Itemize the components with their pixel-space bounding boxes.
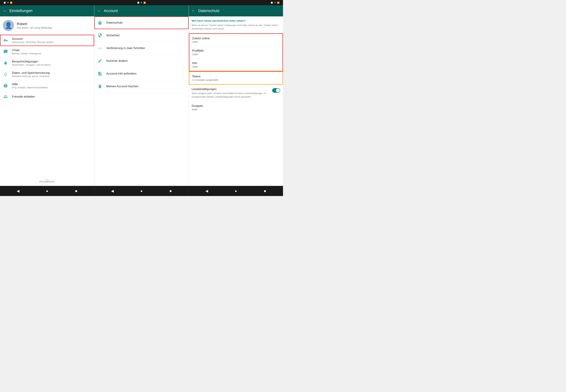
account-subtitle: Datenschutz, Sicherheit, Nummer ändern [12,41,54,43]
gruppen-value: Jeder [192,108,280,111]
phone-edit-icon [97,58,103,64]
datenschutz-title: Datenschutz [198,9,219,13]
signal-icon-1: 📶 [10,1,12,4]
back-button-2[interactable]: ◀ [109,187,116,195]
privacy-status-item[interactable]: Status 21 Kontakte ausgewählt [189,71,283,85]
account-info-title: Account-Info anfordern [106,72,136,75]
signal-icon-3: 📶 [277,1,279,4]
delete-account-title: Meinen Account löschen [106,85,138,88]
status-section-right: 🕐 ▼ 📶 [189,1,279,4]
clock-icon-1: 🕐 [3,1,6,4]
panel-account: ← Account Datenschutz Sicherheit [94,5,189,186]
square-button-1[interactable]: ■ [73,187,80,195]
einstellungen-header: ← Einstellungen [0,5,94,16]
account-title: Account [12,37,54,41]
info-title: Info [192,61,280,65]
datenschutz-header: ← Datenschutz [189,5,283,16]
settings-item-help[interactable]: Hilfe FAQ, Kontakt, Datenschutzrichtlini… [0,80,94,91]
status-section-mid: 🕐 ▼ 📶 [96,1,187,4]
account-item-datenschutz[interactable]: Datenschutz [94,16,189,29]
read-receipts-title: Lesebestätigungen [192,87,270,91]
home-button-2[interactable]: ● [138,187,145,195]
account-back-button[interactable]: ← [97,9,101,13]
read-receipts-desc: Wenn ausgeschaltet, sendest und erhältst… [192,92,270,98]
lock-icon [97,20,103,26]
trash-icon [97,84,103,89]
privacy-item-info[interactable]: Info Jeder [189,59,282,71]
chat-icon [3,49,8,55]
account-item-nummer[interactable]: Nummer ändern [94,55,189,67]
panel-datenschutz: ← Datenschutz Wer kann meine persönliche… [189,5,283,186]
last-online-title: Zuletzt online [192,37,280,40]
account-item-sicherheit[interactable]: Sicherheit [94,29,189,42]
privacy-item-last-online[interactable]: Zuletzt online Jeder [189,34,282,46]
privacy-description: Wenn du deinen "Zuletzt online"-Zeitstem… [189,24,283,33]
last-online-value: Jeder [192,41,280,43]
account-item-info[interactable]: Account-Info anfordern [94,67,189,80]
bottom-nav-2: ◀ ● ■ [94,186,189,196]
people-icon [3,94,8,99]
profile-status: Hey there! I am using WhatsApp. [17,26,53,29]
einstellungen-title: Einstellungen [9,9,32,13]
bell-icon [3,60,8,66]
account-item-delete[interactable]: Meinen Account löschen [94,80,189,93]
account-text: Account Datenschutz, Sicherheit, Nummer … [12,37,54,43]
privacy-group: Zuletzt online Jeder Profilbild Jeder In… [189,33,283,71]
profile-info: Robert Hey there! I am using WhatsApp. [17,22,53,29]
help-text: Hilfe FAQ, Kontakt, Datenschutzrichtlini… [12,83,47,89]
two-step-icon [97,45,103,51]
datenschutz-back-button[interactable]: ← [192,9,195,13]
privacy-item-profile-picture[interactable]: Profilbild Jeder [189,46,282,59]
footer-facebook: FACEBOOK [3,180,91,183]
toggle-knob [276,88,280,92]
account-header: ← Account [94,5,189,16]
back-button-1[interactable]: ◀ [15,187,21,195]
data-title: Daten- und Speichernutzung [12,71,50,75]
avatar-icon: 👤 [4,22,12,29]
nummer-title: Nummer ändern [106,59,128,63]
wifi-icon-1: ▼ [7,1,9,4]
svg-point-0 [98,48,99,49]
verification-title: Verifizierung in zwei Schritten [106,46,145,50]
help-icon [3,83,8,88]
read-receipts-text: Lesebestätigungen Wenn ausgeschaltet, se… [192,87,270,98]
privacy-section-title: Wer kann meine persönlichen Infos sehen? [189,16,283,24]
panel-einstellungen: ← Einstellungen 👤 Robert Hey there! I am… [0,5,94,186]
home-button-1[interactable]: ● [44,187,51,195]
chats-title: Chats [12,49,41,52]
settings-item-account[interactable]: Account Datenschutz, Sicherheit, Nummer … [0,35,94,46]
datenschutz-title: Datenschutz [106,21,123,24]
gruppen-item[interactable]: Gruppen Jeder [189,101,283,114]
help-title: Hilfe [12,83,47,86]
account-title: Account [104,9,118,13]
info-value: Jeder [192,65,280,68]
profile-section[interactable]: 👤 Robert Hey there! I am using WhatsApp. [0,16,94,35]
back-button-3[interactable]: ◀ [203,187,210,195]
home-button-3[interactable]: ● [232,187,239,195]
settings-item-notifications[interactable]: Benachrichtigungen Nachrichten-, Gruppen… [0,57,94,69]
footer-section: from FACEBOOK [0,175,94,186]
svg-point-2 [101,48,102,49]
status-title: Status [192,75,280,78]
square-button-2[interactable]: ■ [167,187,174,195]
svg-point-1 [100,48,100,49]
status-section-left: 🕐 ▼ 📶 [3,1,95,4]
square-button-3[interactable]: ■ [261,187,269,195]
sicherheit-title: Sicherheit [106,34,119,37]
read-receipts-toggle[interactable] [272,88,280,93]
wifi-icon-3: ▼ [274,1,276,4]
help-subtitle: FAQ, Kontakt, Datenschutzrichtlinie [12,86,47,89]
settings-item-data[interactable]: Daten- und Speichernutzung Netzwerk-Nutz… [0,69,94,80]
settings-item-invite[interactable]: Freunde einladen [0,91,94,102]
bottom-navbars: ◀ ● ■ ◀ ● ■ ◀ ● ■ [0,186,283,196]
data-subtitle: Netzwerk-Nutzung, autom. Download [12,75,50,78]
settings-list: Account Datenschutz, Sicherheit, Nummer … [0,35,94,175]
gruppen-title: Gruppen [192,104,280,108]
shield-icon [97,33,103,38]
invite-text: Freunde einladen [12,95,35,98]
chats-text: Chats Backup, Verlauf, Hintergrund [12,49,41,55]
settings-item-chats[interactable]: Chats Backup, Verlauf, Hintergrund [0,46,94,57]
account-item-verification[interactable]: Verifizierung in zwei Schritten [94,42,189,55]
einstellungen-back-button[interactable]: ← [3,9,7,13]
bottom-nav-1: ◀ ● ■ [0,186,94,196]
